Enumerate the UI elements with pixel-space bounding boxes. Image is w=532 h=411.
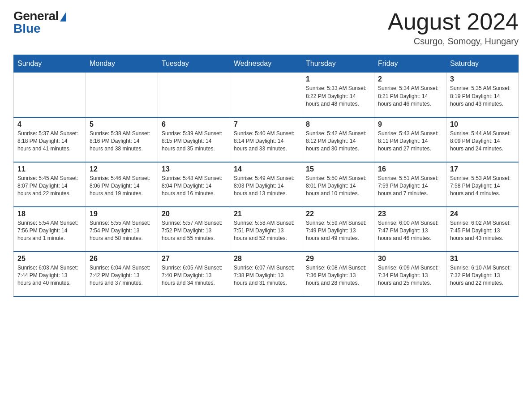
calendar-cell: 6Sunrise: 5:39 AM Sunset: 8:15 PM Daylig… <box>158 117 230 162</box>
calendar-cell: 8Sunrise: 5:42 AM Sunset: 8:12 PM Daylig… <box>302 117 374 162</box>
day-info: Sunrise: 5:45 AM Sunset: 8:07 PM Dayligh… <box>17 175 82 198</box>
day-info: Sunrise: 5:46 AM Sunset: 8:06 PM Dayligh… <box>90 175 154 198</box>
weekday-header-sunday: Sunday <box>14 55 86 73</box>
calendar-week-row-3: 11Sunrise: 5:45 AM Sunset: 8:07 PM Dayli… <box>14 162 519 207</box>
day-info: Sunrise: 5:54 AM Sunset: 7:56 PM Dayligh… <box>17 219 82 243</box>
day-number: 5 <box>90 120 154 128</box>
calendar-cell: 26Sunrise: 6:04 AM Sunset: 7:42 PM Dayli… <box>86 252 158 296</box>
logo-blue-text: Blue <box>13 21 41 36</box>
calendar-cell: 27Sunrise: 6:05 AM Sunset: 7:40 PM Dayli… <box>158 252 230 296</box>
day-number: 24 <box>450 210 515 218</box>
day-info: Sunrise: 5:51 AM Sunset: 7:59 PM Dayligh… <box>378 175 442 198</box>
calendar-week-row-5: 25Sunrise: 6:03 AM Sunset: 7:44 PM Dayli… <box>14 252 519 296</box>
calendar-cell: 12Sunrise: 5:46 AM Sunset: 8:06 PM Dayli… <box>86 162 158 207</box>
day-info: Sunrise: 5:53 AM Sunset: 7:58 PM Dayligh… <box>450 175 515 198</box>
calendar-cell: 31Sunrise: 6:10 AM Sunset: 7:32 PM Dayli… <box>446 252 519 296</box>
calendar-cell: 4Sunrise: 5:37 AM Sunset: 8:18 PM Daylig… <box>14 117 86 162</box>
day-info: Sunrise: 5:57 AM Sunset: 7:52 PM Dayligh… <box>162 219 226 243</box>
calendar-cell: 20Sunrise: 5:57 AM Sunset: 7:52 PM Dayli… <box>158 207 230 252</box>
day-number: 10 <box>450 120 515 128</box>
day-info: Sunrise: 5:43 AM Sunset: 8:11 PM Dayligh… <box>378 130 442 153</box>
calendar-cell: 29Sunrise: 6:08 AM Sunset: 7:36 PM Dayli… <box>302 252 374 296</box>
calendar-cell: 23Sunrise: 6:00 AM Sunset: 7:47 PM Dayli… <box>374 207 446 252</box>
day-info: Sunrise: 6:05 AM Sunset: 7:40 PM Dayligh… <box>162 264 226 287</box>
calendar-cell: 10Sunrise: 5:44 AM Sunset: 8:09 PM Dayli… <box>446 117 519 162</box>
day-info: Sunrise: 5:34 AM Sunset: 8:21 PM Dayligh… <box>378 85 442 108</box>
day-number: 4 <box>17 120 82 128</box>
calendar-cell: 14Sunrise: 5:49 AM Sunset: 8:03 PM Dayli… <box>230 162 302 207</box>
day-info: Sunrise: 5:38 AM Sunset: 8:16 PM Dayligh… <box>90 130 154 153</box>
weekday-header-monday: Monday <box>86 55 158 73</box>
calendar-cell: 18Sunrise: 5:54 AM Sunset: 7:56 PM Dayli… <box>14 207 86 252</box>
calendar-cell: 9Sunrise: 5:43 AM Sunset: 8:11 PM Daylig… <box>374 117 446 162</box>
day-info: Sunrise: 5:33 AM Sunset: 8:22 PM Dayligh… <box>306 85 370 108</box>
day-number: 12 <box>90 165 154 173</box>
day-info: Sunrise: 5:35 AM Sunset: 8:19 PM Dayligh… <box>450 85 515 108</box>
weekday-header-saturday: Saturday <box>446 55 519 73</box>
day-info: Sunrise: 6:02 AM Sunset: 7:45 PM Dayligh… <box>450 219 515 243</box>
day-number: 13 <box>162 165 226 173</box>
calendar-cell: 28Sunrise: 6:07 AM Sunset: 7:38 PM Dayli… <box>230 252 302 296</box>
weekday-header-friday: Friday <box>374 55 446 73</box>
day-info: Sunrise: 6:00 AM Sunset: 7:47 PM Dayligh… <box>378 219 442 243</box>
calendar-cell <box>158 73 230 117</box>
day-number: 26 <box>90 255 154 263</box>
calendar-cell <box>230 73 302 117</box>
day-number: 30 <box>378 255 442 263</box>
weekday-header-row: SundayMondayTuesdayWednesdayThursdayFrid… <box>14 55 519 73</box>
day-number: 31 <box>450 255 515 263</box>
day-number: 14 <box>234 165 298 173</box>
day-number: 29 <box>306 255 370 263</box>
calendar-cell <box>86 73 158 117</box>
logo: General Blue <box>13 9 66 36</box>
calendar-cell: 24Sunrise: 6:02 AM Sunset: 7:45 PM Dayli… <box>446 207 519 252</box>
day-number: 3 <box>450 75 515 83</box>
day-number: 20 <box>162 210 226 218</box>
calendar-cell: 17Sunrise: 5:53 AM Sunset: 7:58 PM Dayli… <box>446 162 519 207</box>
calendar-week-row-1: 1Sunrise: 5:33 AM Sunset: 8:22 PM Daylig… <box>14 73 519 117</box>
day-info: Sunrise: 6:10 AM Sunset: 7:32 PM Dayligh… <box>450 264 515 287</box>
day-info: Sunrise: 5:42 AM Sunset: 8:12 PM Dayligh… <box>306 130 370 153</box>
day-info: Sunrise: 5:40 AM Sunset: 8:14 PM Dayligh… <box>234 130 298 153</box>
calendar-cell: 13Sunrise: 5:48 AM Sunset: 8:04 PM Dayli… <box>158 162 230 207</box>
day-info: Sunrise: 5:37 AM Sunset: 8:18 PM Dayligh… <box>17 130 82 153</box>
calendar-cell: 1Sunrise: 5:33 AM Sunset: 8:22 PM Daylig… <box>302 73 374 117</box>
day-info: Sunrise: 5:49 AM Sunset: 8:03 PM Dayligh… <box>234 175 298 198</box>
day-info: Sunrise: 5:58 AM Sunset: 7:51 PM Dayligh… <box>234 219 298 243</box>
calendar-cell: 5Sunrise: 5:38 AM Sunset: 8:16 PM Daylig… <box>86 117 158 162</box>
day-info: Sunrise: 5:59 AM Sunset: 7:49 PM Dayligh… <box>306 219 370 243</box>
weekday-header-tuesday: Tuesday <box>158 55 230 73</box>
day-number: 2 <box>378 75 442 83</box>
calendar-cell: 21Sunrise: 5:58 AM Sunset: 7:51 PM Dayli… <box>230 207 302 252</box>
day-number: 1 <box>306 75 370 83</box>
day-number: 7 <box>234 120 298 128</box>
day-number: 15 <box>306 165 370 173</box>
calendar-cell: 15Sunrise: 5:50 AM Sunset: 8:01 PM Dayli… <box>302 162 374 207</box>
month-title: August 2024 <box>388 9 519 34</box>
calendar-week-row-2: 4Sunrise: 5:37 AM Sunset: 8:18 PM Daylig… <box>14 117 519 162</box>
day-number: 21 <box>234 210 298 218</box>
day-info: Sunrise: 5:50 AM Sunset: 8:01 PM Dayligh… <box>306 175 370 198</box>
logo-triangle-icon <box>60 12 66 21</box>
calendar-cell: 30Sunrise: 6:09 AM Sunset: 7:34 PM Dayli… <box>374 252 446 296</box>
day-info: Sunrise: 5:39 AM Sunset: 8:15 PM Dayligh… <box>162 130 226 153</box>
day-info: Sunrise: 6:04 AM Sunset: 7:42 PM Dayligh… <box>90 264 154 287</box>
day-info: Sunrise: 6:08 AM Sunset: 7:36 PM Dayligh… <box>306 264 370 287</box>
location-text: Csurgo, Somogy, Hungary <box>388 36 519 47</box>
day-info: Sunrise: 6:09 AM Sunset: 7:34 PM Dayligh… <box>378 264 442 287</box>
day-number: 8 <box>306 120 370 128</box>
day-number: 18 <box>17 210 82 218</box>
day-info: Sunrise: 6:03 AM Sunset: 7:44 PM Dayligh… <box>17 264 82 287</box>
calendar-cell: 2Sunrise: 5:34 AM Sunset: 8:21 PM Daylig… <box>374 73 446 117</box>
calendar-cell: 16Sunrise: 5:51 AM Sunset: 7:59 PM Dayli… <box>374 162 446 207</box>
weekday-header-thursday: Thursday <box>302 55 374 73</box>
day-number: 25 <box>17 255 82 263</box>
calendar-cell: 19Sunrise: 5:55 AM Sunset: 7:54 PM Dayli… <box>86 207 158 252</box>
title-block: August 2024 Csurgo, Somogy, Hungary <box>388 9 519 47</box>
calendar-cell: 22Sunrise: 5:59 AM Sunset: 7:49 PM Dayli… <box>302 207 374 252</box>
page-header: General Blue August 2024 Csurgo, Somogy,… <box>13 9 519 47</box>
calendar-cell: 7Sunrise: 5:40 AM Sunset: 8:14 PM Daylig… <box>230 117 302 162</box>
weekday-header-wednesday: Wednesday <box>230 55 302 73</box>
day-number: 19 <box>90 210 154 218</box>
day-info: Sunrise: 5:48 AM Sunset: 8:04 PM Dayligh… <box>162 175 226 198</box>
